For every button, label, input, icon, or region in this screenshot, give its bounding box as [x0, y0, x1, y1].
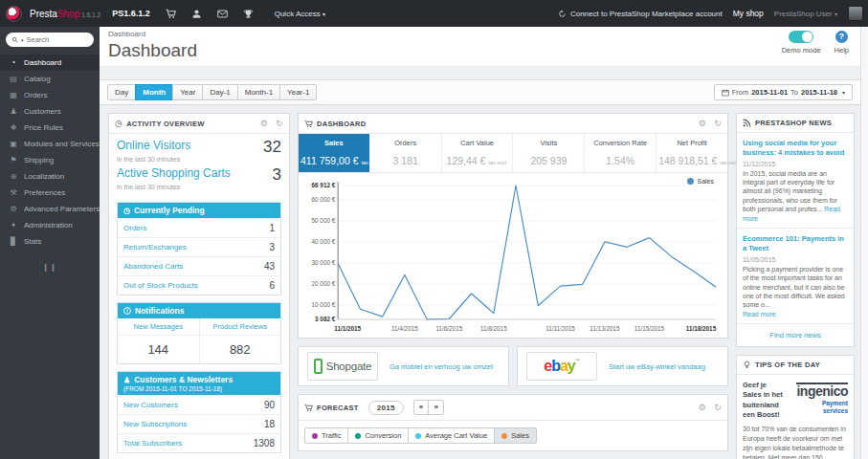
kpi-value: 3 181 — [393, 155, 418, 166]
forecast-toggle-sales[interactable]: Sales — [494, 427, 537, 444]
active-carts-link[interactable]: Active Shopping Carts 3 — [117, 166, 281, 183]
pending-returns-link[interactable]: Return/Exchanges — [123, 243, 187, 251]
kpi-cart-value[interactable]: Cart Value129,44 € tax excl. — [442, 134, 514, 172]
sidebar-item-preferences[interactable]: ⚒Preferences — [0, 185, 100, 201]
top-bar: PrestaShop1.6.1.2 PS1.6.1.2 Quick Access… — [0, 0, 868, 27]
sidebar-item-shipping[interactable]: ⚑Shipping — [0, 152, 100, 168]
marketplace-label: Connect to PrestaShop Marketplace accoun… — [570, 10, 723, 18]
sidebar-item-stats[interactable]: ▊Stats — [0, 233, 100, 250]
ebay-logo: ebay™ — [526, 352, 597, 381]
new-messages-link[interactable]: New Messages — [118, 318, 199, 336]
news-article-title[interactable]: Ecommerce 101: Payments in a Tweet — [743, 234, 848, 253]
new-subscriptions-link[interactable]: New Subscriptions — [123, 420, 187, 428]
ebay-banner[interactable]: ebay™ Start uw eBay-winkel vandaag — [517, 346, 728, 386]
sidebar-item-label: Administration — [24, 221, 73, 230]
sidebar-item-orders[interactable]: ▦Orders — [0, 87, 100, 103]
customer-icon[interactable] — [191, 9, 202, 19]
quick-access-menu[interactable]: Quick Access ▾ — [275, 10, 325, 18]
abandoned-carts-link[interactable]: Abandoned Carts — [123, 262, 183, 271]
forecast-toggle-average-cart-value[interactable]: Average Cart Value — [408, 427, 495, 444]
tab-month-1[interactable]: Month-1 — [237, 84, 280, 100]
total-subscribers-link[interactable]: Total Subscribers — [123, 439, 182, 448]
tab-year-1[interactable]: Year-1 — [279, 84, 317, 100]
active-carts-value: 3 — [273, 166, 281, 183]
marketplace-link[interactable]: Connect to PrestaShop Marketplace accoun… — [558, 10, 723, 18]
dashboard-panel: DASHBOARD ⚙ ↻ Sales411 759,00 € tax excl… — [298, 113, 728, 339]
kpi-orders[interactable]: Orders3 181 — [370, 134, 442, 172]
forecast-year[interactable]: 2015 — [368, 401, 404, 415]
notification-icon: ! — [123, 307, 131, 315]
ingenico-logo[interactable]: ingenico Paymentservices — [790, 381, 848, 414]
sidebar-item-administration[interactable]: ✦Administration — [0, 217, 100, 233]
kpi-net-profit[interactable]: Net Profit148 918,51 € tax excl. — [657, 134, 727, 172]
sidebar-item-dashboard[interactable]: ◔Dashboard — [0, 55, 100, 71]
kpi-label: Conversion Rate — [587, 139, 654, 147]
kpi-label: Cart Value — [444, 139, 511, 147]
date-range-picker[interactable]: From 2015-11-01 To 2015-11-18 ▾ — [714, 84, 853, 100]
gear-icon[interactable]: ⚙ — [260, 119, 268, 128]
sidebar-item-price-rules[interactable]: ❖Price Rules — [0, 120, 100, 136]
kpi-label: Orders — [372, 139, 439, 147]
out-of-stock-link[interactable]: Out of Stock Products — [123, 281, 198, 290]
gear-icon[interactable]: ⚙ — [699, 119, 706, 128]
forecast-toggle-conversion[interactable]: Conversion — [347, 427, 409, 444]
refresh-icon[interactable]: ↻ — [276, 119, 283, 128]
demo-mode-toggle[interactable] — [789, 31, 813, 43]
sidebar-item-label: Localization — [24, 172, 64, 181]
news-article: Ecommerce 101: Payments in a Tweet 11/05… — [737, 229, 854, 324]
news-article-title[interactable]: Using social media for your business: 4 … — [743, 139, 848, 158]
tab-day[interactable]: Day — [107, 84, 136, 100]
price-rules-icon: ❖ — [9, 123, 18, 132]
find-more-news-link[interactable]: Find more news — [737, 324, 854, 346]
next-year-button[interactable]: » — [428, 400, 444, 415]
messages-icon[interactable] — [217, 9, 228, 19]
online-visitors-link[interactable]: Online Visitors 32 — [117, 139, 281, 155]
stats-icon: ▊ — [9, 237, 18, 246]
tab-year[interactable]: Year — [172, 84, 203, 100]
scrollbar[interactable] — [860, 27, 868, 459]
ebay-link[interactable]: Start uw eBay-winkel vandaag — [609, 362, 705, 371]
sidebar-item-advanced-parameters[interactable]: ⚙Advanced Parameters — [0, 201, 100, 217]
refresh-icon[interactable]: ↻ — [714, 403, 722, 412]
my-shop-link[interactable]: My shop — [733, 9, 764, 18]
forecast-toggle-traffic[interactable]: Traffic — [304, 427, 348, 444]
sidebar-item-label: Preferences — [24, 188, 65, 197]
previous-year-button[interactable]: « — [413, 400, 430, 415]
kpi-conversion-rate[interactable]: Conversion Rate1.54% — [585, 134, 657, 172]
ebay-letter-a: a — [560, 358, 568, 374]
shopgate-banner[interactable]: Shopgate Ga mobiel en verhoog uw omzet — [298, 346, 509, 386]
sidebar-collapse-button[interactable]: ❙❙ — [0, 263, 100, 272]
sidebar-search[interactable]: ▾ — [6, 33, 94, 47]
read-more-link[interactable]: Read more — [743, 311, 776, 317]
new-customers-link[interactable]: New Customers — [123, 401, 178, 409]
sidebar-item-catalog[interactable]: ▤Catalog — [0, 71, 100, 87]
user-menu[interactable]: PrestaShop User ▾ — [774, 10, 837, 18]
user-name: PrestaShop User — [774, 10, 833, 18]
search-input[interactable] — [27, 35, 86, 44]
pending-orders-link[interactable]: Orders — [123, 224, 146, 232]
search-scope-caret-icon[interactable]: ▾ — [21, 37, 24, 43]
shopgate-link[interactable]: Ga mobiel en verhoog uw omzet — [389, 362, 493, 371]
demo-mode-control: Demo mode — [782, 31, 821, 55]
kpi-sales[interactable]: Sales411 759,00 € tax excl. — [299, 134, 370, 172]
product-reviews-link[interactable]: Product Reviews — [200, 318, 281, 336]
shopgate-phone-icon — [314, 359, 323, 374]
sidebar-item-localization[interactable]: ⊕Localization — [0, 168, 100, 185]
kpi-visits[interactable]: Visits205 939 — [513, 134, 585, 172]
avatar[interactable] — [848, 6, 863, 21]
refresh-icon[interactable]: ↻ — [714, 119, 722, 128]
activity-panel-title: ACTIVITY OVERVIEW — [126, 120, 205, 128]
toggle-knob — [802, 32, 812, 42]
kpi-label: Net Profit — [658, 139, 725, 147]
from-date: 2015-11-01 — [751, 88, 788, 97]
sidebar-item-modules[interactable]: ▣Modules and Services — [0, 136, 100, 152]
tab-month[interactable]: Month — [135, 84, 173, 100]
cart-icon[interactable] — [166, 9, 176, 19]
content: Dashboard Dashboard Demo mode ? Help Day… — [100, 27, 868, 459]
trophy-icon[interactable] — [243, 9, 254, 19]
help-icon[interactable]: ? — [835, 31, 848, 43]
tab-day-1[interactable]: Day-1 — [202, 84, 237, 100]
new-messages-cell: New Messages 144 — [118, 318, 199, 363]
gear-icon[interactable]: ⚙ — [699, 403, 706, 412]
sidebar-item-customers[interactable]: ♟Customers — [0, 103, 100, 120]
